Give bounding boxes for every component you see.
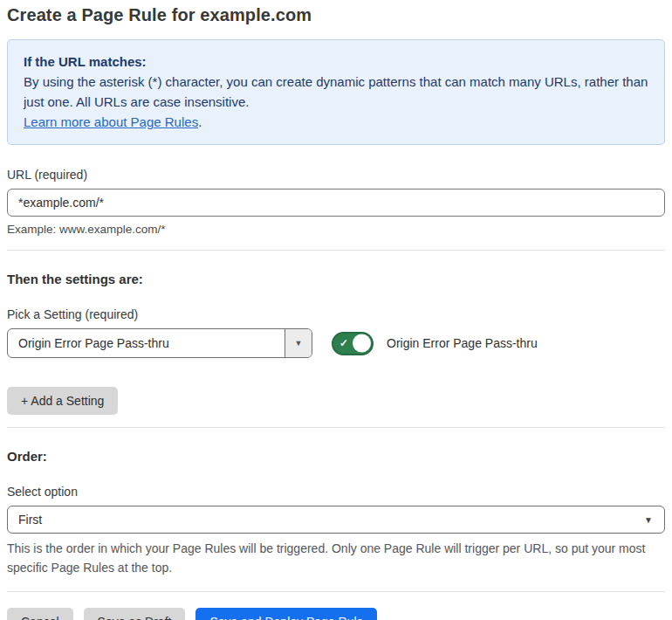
divider [7, 427, 665, 428]
chevron-down-icon: ▼ [644, 515, 653, 525]
page-rule-form: Create a Page Rule for example.com If th… [0, 0, 672, 620]
add-setting-button[interactable]: + Add a Setting [7, 387, 118, 415]
info-box-body: By using the asterisk (*) character, you… [24, 72, 648, 112]
order-section-heading: Order: [7, 449, 665, 464]
setting-row: Origin Error Page Pass-thru ▼ ✓ Origin E… [7, 328, 665, 358]
order-select[interactable]: First ▼ [7, 506, 665, 534]
setting-toggle-label: Origin Error Page Pass-thru [387, 336, 538, 350]
divider [7, 591, 665, 592]
info-box-heading: If the URL matches: [24, 52, 648, 72]
url-example-helper: Example: www.example.com/* [7, 223, 665, 236]
link-period: . [198, 114, 202, 129]
order-helper-text: This is the order in which your Page Rul… [7, 539, 653, 577]
learn-more-link[interactable]: Learn more about Page Rules [24, 114, 198, 129]
pick-setting-label: Pick a Setting (required) [7, 307, 665, 321]
cancel-button[interactable]: Cancel [7, 608, 73, 620]
divider [7, 250, 665, 251]
url-input[interactable] [7, 189, 665, 217]
url-field-label: URL (required) [7, 168, 665, 182]
save-deploy-button[interactable]: Save and Deploy Page Rule [195, 608, 377, 620]
setting-dropdown-value: Origin Error Page Pass-thru [8, 329, 285, 357]
settings-section-heading: Then the settings are: [7, 272, 665, 286]
url-match-info-box: If the URL matches: By using the asteris… [7, 39, 665, 145]
chevron-down-icon: ▼ [295, 339, 303, 348]
order-select-value: First [18, 513, 42, 527]
order-select-label: Select option [7, 485, 665, 499]
footer-button-row: Cancel Save as Draft Save and Deploy Pag… [7, 608, 665, 620]
save-draft-button[interactable]: Save as Draft [84, 608, 186, 620]
toggle-knob [353, 334, 371, 353]
check-icon: ✓ [339, 337, 348, 349]
info-box-link-line: Learn more about Page Rules. [24, 112, 648, 132]
setting-dropdown[interactable]: Origin Error Page Pass-thru ▼ [7, 328, 312, 358]
page-title: Create a Page Rule for example.com [7, 5, 665, 25]
setting-toggle[interactable]: ✓ [332, 332, 374, 355]
setting-dropdown-arrow-button[interactable]: ▼ [285, 329, 312, 357]
